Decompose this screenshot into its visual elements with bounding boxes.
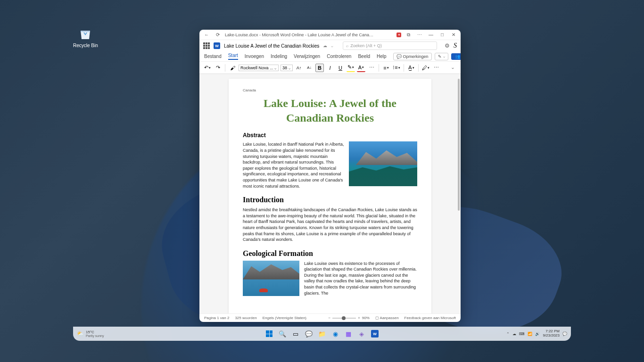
saved-icon: ☁ [323,43,327,48]
taskbar-app-2[interactable]: ◈ [356,329,367,339]
app-header: W Lake Louise A Jewel of the Canadian Ro… [199,40,461,51]
maximize-button[interactable]: □ [438,31,446,39]
taskbar-search-button[interactable]: 🔍 [277,329,288,339]
weather-icon: ⛅ [77,330,84,337]
title-dropdown-icon[interactable]: ⌵ [331,44,333,48]
intro-heading[interactable]: Introduction [243,196,417,204]
format-painter-button[interactable]: 🖌 [228,64,237,72]
tray-overflow-icon[interactable]: ⌃ [506,332,510,336]
highlight-button[interactable]: ✎ [347,64,355,72]
italic-button[interactable]: I [326,64,334,72]
volume-icon[interactable]: 🔊 [535,332,540,336]
bold-button[interactable]: B [315,64,324,72]
zoom-out-button[interactable]: − [328,316,330,320]
search-placeholder: Zoeken (Alt + Q) [350,43,381,48]
grow-font-button[interactable]: A↑ [295,64,303,72]
more-font-button[interactable]: ⋯ [367,64,376,72]
task-view-button[interactable]: ▭ [290,329,301,339]
pen-icon: ✎ [438,54,442,59]
language-icon[interactable]: ⌨ [519,332,525,336]
tab-layout[interactable]: Indeling [271,54,287,59]
font-size-select[interactable]: 38 ⌵ [281,65,293,71]
clock[interactable]: 7:22 PM 9/23/2023 [543,329,560,338]
edge-button[interactable]: ◉ [330,329,340,339]
taskbar-word-icon[interactable]: W [370,329,380,339]
share-icon: 👥 [455,54,460,59]
weather-widget[interactable]: ⛅ 15°CPartly sunny [77,330,104,337]
tab-references[interactable]: Verwijzingen [294,54,320,59]
zoom-level[interactable]: 90% [362,316,370,320]
more-button[interactable]: ⋯ [415,31,424,39]
taskbar-chat-icon[interactable]: 💬 [304,329,314,339]
align-button[interactable]: ≡ [382,64,390,72]
system-tray: ⌃ ☁ ⌨ 📶 🔊 7:22 PM 9/23/2023 💬 [506,329,567,338]
page-count[interactable]: Pagina 1 van 2 [204,316,229,320]
page-header: Canada [243,88,417,92]
zoom-in-button[interactable]: + [358,316,360,320]
app-launcher-icon[interactable] [203,42,210,49]
tab-review[interactable]: Controleren [327,54,351,59]
back-button[interactable]: ← [202,31,211,39]
notifications-icon[interactable]: 💬 [562,332,567,336]
feedback-link[interactable]: Feedback geven aan Microsoft [405,316,456,320]
redo-button[interactable]: ↷ [214,64,222,72]
geo-heading[interactable]: Geological Formation [243,249,417,258]
doc-title[interactable]: Lake Louise: A Jewel of the Canadian Roc… [243,96,417,125]
tab-title: Lake-Louise.docx - Microsoft Word Online… [225,33,376,37]
word-count[interactable]: 325 woorden [235,316,256,320]
ribbon-collapse-icon[interactable]: ⌵ [448,64,457,72]
status-bar: Pagina 1 van 2 325 woorden Engels (Veren… [199,313,461,322]
lake-image[interactable] [349,141,417,186]
tab-home[interactable]: Start [228,53,238,60]
abstract-heading[interactable]: Abstract [243,132,417,139]
document-canvas[interactable]: Canada Lake Louise: A Jewel of the Canad… [199,74,461,313]
document-title[interactable]: Lake Louise A Jewel of the Canadian Rock… [224,43,319,49]
ribbon-tabs: Bestand Start Invoegen Indeling Verwijzi… [199,51,461,62]
wifi-icon[interactable]: 📶 [528,332,532,336]
tab-file[interactable]: Bestand [204,54,222,59]
onedrive-icon[interactable]: ☁ [512,332,516,336]
recycle-bin-label: Recycle Bin [73,43,98,48]
more-commands-button[interactable]: ⋯ [432,64,440,72]
intro-text[interactable]: Nestled amidst the breathtaking landscap… [243,207,417,243]
search-input[interactable]: ⌕ Zoeken (Alt + Q) [343,41,437,50]
geo-image[interactable] [243,261,299,296]
search-icon: ⌕ [346,43,348,48]
taskbar-center: 🔍 ▭ 💬 📁 ◉ ▦ ◈ W [264,329,380,339]
tab-view[interactable]: Beeld [358,54,370,59]
editing-mode-button[interactable]: ✎⌵ [435,53,448,60]
font-family-select[interactable]: Rockwell Nova ... ⌵ [239,65,279,71]
document-page: Canada Lake Louise: A Jewel of the Canad… [229,79,431,313]
file-explorer-button[interactable]: 📁 [317,329,327,339]
language-status[interactable]: Engels (Verenigde Staten) [263,316,306,320]
copilot-icon[interactable]: ✦ [396,33,401,37]
start-button[interactable] [264,329,274,339]
ribbon-toolbar: ↶ ↷ 🖌 Rockwell Nova ... ⌵ 38 ⌵ A↑ A↓ B I… [199,62,461,74]
comment-icon: 💬 [396,54,402,59]
refresh-button[interactable]: ⟳ [214,31,222,39]
tab-insert[interactable]: Invoegen [245,54,264,59]
read-aloud-icon[interactable]: ⧉ [404,31,413,39]
close-button[interactable]: ✕ [449,31,458,39]
styles-button[interactable]: A̲ [407,64,415,72]
shrink-font-button[interactable]: A↓ [305,64,314,72]
zoom-slider[interactable] [332,318,356,319]
taskbar-app-1[interactable]: ▦ [343,329,354,339]
settings-icon[interactable]: ⚙ [445,42,450,49]
share-button[interactable]: 👥Delen⌵ [451,53,461,60]
minimize-button[interactable]: — [427,31,435,39]
scrollbar-thumb[interactable] [458,79,460,211]
recycle-bin-icon[interactable]: Recycle Bin [73,26,98,48]
abstract-text[interactable]: Lake Louise, located in Banff National P… [243,141,344,189]
tab-help[interactable]: Help [377,54,387,59]
user-avatar[interactable]: S [454,42,457,49]
find-button[interactable]: 🖊 [421,64,430,72]
undo-button[interactable]: ↶ [203,64,212,72]
bullets-button[interactable]: ⁝≡ [392,64,401,72]
zoom-controls: − + 90% [328,316,369,320]
geo-text[interactable]: Lake Louise owes its existence to the pr… [304,261,417,296]
underline-button[interactable]: U [336,64,345,72]
fit-button[interactable]: ▢ Aanpassen [375,316,399,320]
font-color-button[interactable]: A [357,64,365,72]
comments-button[interactable]: 💬Opmerkingen [393,53,432,60]
